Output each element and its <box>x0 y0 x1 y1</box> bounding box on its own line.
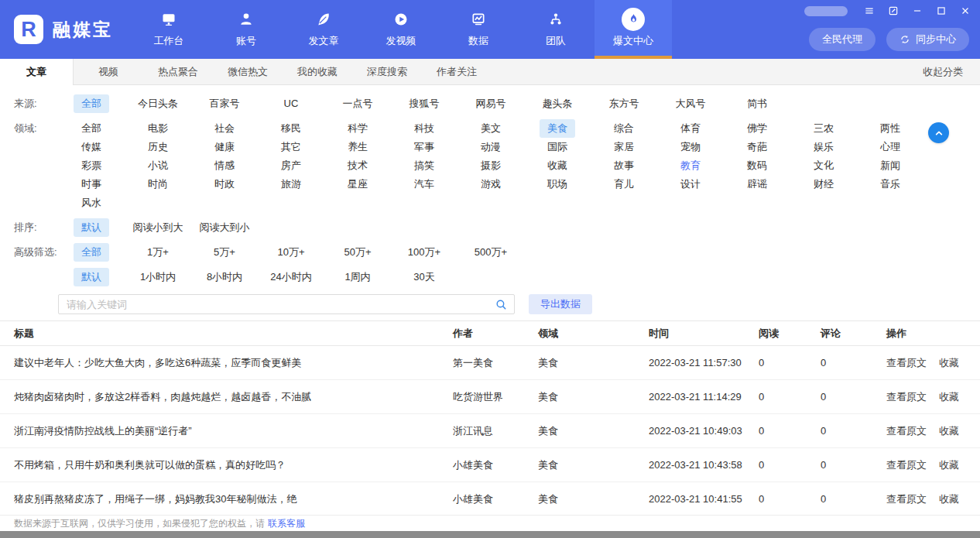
domain-chip[interactable]: 风水 <box>74 194 109 212</box>
domain-chip[interactable]: 摄影 <box>473 156 509 175</box>
domain-chip[interactable]: 时事 <box>74 175 109 194</box>
tab[interactable]: 微信热文 <box>213 59 283 84</box>
close-button[interactable] <box>960 5 971 16</box>
domain-chip[interactable]: 时政 <box>207 175 242 194</box>
domain-chip[interactable]: 社会 <box>207 119 242 138</box>
nav-item-publish-article[interactable]: 发文章 <box>285 0 362 59</box>
favorite-link[interactable]: 收藏 <box>939 492 959 506</box>
domain-chip[interactable]: 历史 <box>140 138 176 156</box>
domain-chip[interactable]: 科学 <box>340 119 375 138</box>
domain-chip[interactable]: 养生 <box>340 138 375 156</box>
view-original-link[interactable]: 查看原文 <box>886 390 927 404</box>
source-chip[interactable]: 全部 <box>74 94 109 113</box>
nav-item-data[interactable]: 数据 <box>440 0 517 59</box>
domain-chip[interactable]: 辟谣 <box>739 175 775 194</box>
tab[interactable]: 热点聚合 <box>143 59 213 84</box>
minimize-button[interactable] <box>912 5 923 16</box>
source-chip[interactable]: 一点号 <box>335 94 381 113</box>
collapse-panel-button[interactable] <box>928 122 949 143</box>
domain-chip[interactable]: 游戏 <box>473 175 509 194</box>
magnifier-icon[interactable] <box>495 298 508 311</box>
domain-chip[interactable]: 娱乐 <box>806 138 841 156</box>
domain-chip[interactable]: 文化 <box>806 156 841 175</box>
domain-chip[interactable]: 新闻 <box>872 156 908 175</box>
view-original-link[interactable]: 查看原文 <box>886 458 927 472</box>
view-original-link[interactable]: 查看原文 <box>886 424 927 438</box>
domain-chip[interactable]: 职场 <box>540 175 575 194</box>
tab[interactable]: 作者关注 <box>422 59 492 84</box>
export-data-button[interactable]: 导出数据 <box>529 294 592 314</box>
domain-chip[interactable]: 旅游 <box>273 175 309 194</box>
domain-chip[interactable]: 美食 <box>540 119 575 138</box>
time-filter-chip[interactable]: 30天 <box>406 268 442 286</box>
domain-chip[interactable]: 两性 <box>872 119 908 138</box>
domain-chip[interactable]: 育儿 <box>606 175 642 194</box>
source-chip[interactable]: 网易号 <box>468 94 514 113</box>
view-original-link[interactable]: 查看原文 <box>886 492 927 506</box>
collapse-categories-link[interactable]: 收起分类 <box>923 59 963 84</box>
contact-support-link[interactable]: 联系客服 <box>268 517 305 530</box>
tab[interactable]: 我的收藏 <box>283 59 352 84</box>
domain-chip[interactable]: 技术 <box>340 156 375 175</box>
table-row[interactable]: 建议中老年人：少吃大鱼大肉，多吃这6种蔬菜，应季而食更鲜美 第一美食 美食 20… <box>0 346 980 380</box>
keyword-search-input[interactable] <box>67 299 495 310</box>
view-original-link[interactable]: 查看原文 <box>886 356 927 370</box>
domain-chip[interactable]: 全部 <box>74 119 109 138</box>
reads-filter-chip[interactable]: 1万+ <box>139 243 176 262</box>
domain-chip[interactable]: 彩票 <box>74 156 109 175</box>
domain-chip[interactable]: 健康 <box>207 138 242 156</box>
domain-chip[interactable]: 音乐 <box>872 175 908 194</box>
domain-chip[interactable]: 传媒 <box>74 138 109 156</box>
domain-chip[interactable]: 军事 <box>406 138 442 156</box>
table-row[interactable]: 浙江南浔疫情防控战线上的美丽“逆行者” 浙江讯息 美食 2022-03-21 1… <box>0 414 980 448</box>
domain-chip[interactable]: 时尚 <box>140 175 176 194</box>
domain-chip[interactable]: 设计 <box>673 175 708 194</box>
reads-filter-chip[interactable]: 100万+ <box>400 243 448 262</box>
domain-chip[interactable]: 科技 <box>406 119 442 138</box>
domain-chip[interactable]: 心理 <box>872 138 908 156</box>
domain-chip[interactable]: 三农 <box>806 119 841 138</box>
table-row[interactable]: 炖猪肉卤猪肉时，多放这2样香料，肉越炖越烂，越卤越香，不油腻 吃货游世界 美食 … <box>0 380 980 414</box>
reads-filter-chip[interactable]: 全部 <box>74 243 109 262</box>
domain-chip[interactable]: 搞笑 <box>406 156 442 175</box>
nav-item-hot-center[interactable]: 爆文中心 <box>595 0 672 59</box>
agent-button[interactable]: 全民代理 <box>809 28 875 51</box>
source-chip[interactable]: 百家号 <box>202 94 248 113</box>
reads-filter-chip[interactable]: 50万+ <box>336 243 379 262</box>
nav-item-account[interactable]: 账号 <box>207 0 285 59</box>
source-chip[interactable]: 大风号 <box>668 94 714 113</box>
domain-chip[interactable]: 奇葩 <box>739 138 775 156</box>
domain-chip[interactable]: 宠物 <box>673 138 708 156</box>
favorite-link[interactable]: 收藏 <box>939 458 959 472</box>
domain-chip[interactable]: 体育 <box>673 119 708 138</box>
source-chip[interactable]: 搜狐号 <box>402 94 447 113</box>
domain-chip[interactable]: 收藏 <box>540 156 575 175</box>
domain-chip[interactable]: 小说 <box>140 156 176 175</box>
domain-chip[interactable]: 情感 <box>207 156 242 175</box>
tab[interactable]: 深度搜索 <box>352 59 422 84</box>
time-filter-chip[interactable]: 1小时内 <box>132 268 183 286</box>
sort-chip[interactable]: 阅读小到大 <box>125 218 191 237</box>
tab[interactable]: 文章 <box>0 59 74 85</box>
nav-item-workbench[interactable]: 工作台 <box>130 0 207 59</box>
table-row[interactable]: 不用烤箱，只用牛奶和奥利奥就可以做的蛋糕，真的好吃吗？ 小雄美食 美食 2022… <box>0 448 980 482</box>
favorite-link[interactable]: 收藏 <box>939 390 959 404</box>
domain-chip[interactable]: 星座 <box>340 175 375 194</box>
feedback-icon[interactable] <box>888 5 899 16</box>
time-filter-chip[interactable]: 默认 <box>74 268 109 286</box>
source-chip[interactable]: UC <box>274 94 308 113</box>
maximize-button[interactable] <box>936 5 947 16</box>
domain-chip[interactable]: 汽车 <box>406 175 442 194</box>
time-filter-chip[interactable]: 1周内 <box>337 268 378 286</box>
sort-chip[interactable]: 默认 <box>74 218 109 237</box>
sort-chip[interactable]: 阅读大到小 <box>192 218 258 237</box>
domain-chip[interactable]: 国际 <box>540 138 575 156</box>
favorite-link[interactable]: 收藏 <box>939 356 959 370</box>
domain-chip[interactable]: 其它 <box>273 138 309 156</box>
reads-filter-chip[interactable]: 5万+ <box>206 243 243 262</box>
tab[interactable]: 视频 <box>74 59 143 84</box>
domain-chip[interactable]: 移民 <box>273 119 309 138</box>
source-chip[interactable]: 趣头条 <box>535 94 581 113</box>
reads-filter-chip[interactable]: 10万+ <box>269 243 312 262</box>
domain-chip[interactable]: 财经 <box>806 175 841 194</box>
